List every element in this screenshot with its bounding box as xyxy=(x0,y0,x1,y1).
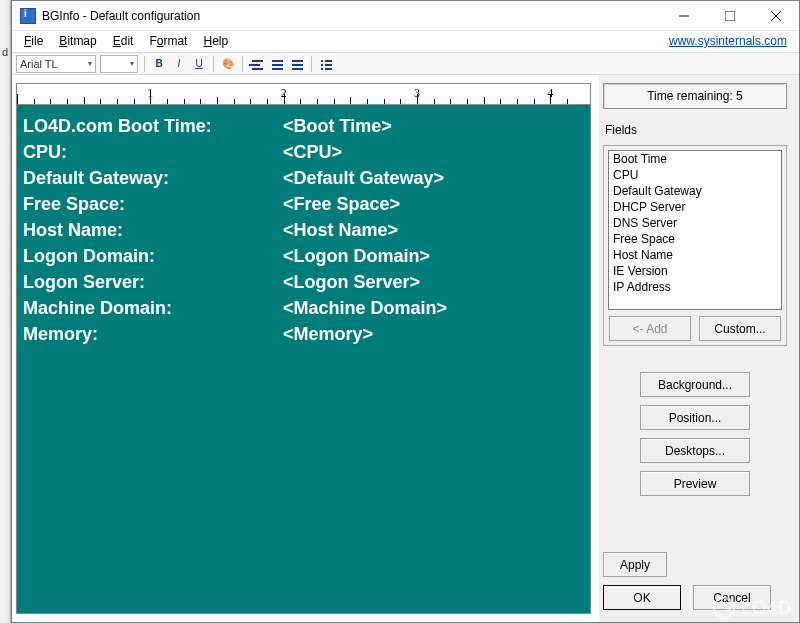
editor-row-label: Free Space: xyxy=(23,191,283,217)
svg-rect-1 xyxy=(725,11,735,21)
editor-row-value: <Logon Server> xyxy=(283,269,420,295)
align-left-button[interactable] xyxy=(249,56,265,72)
fields-list-item[interactable]: DHCP Server xyxy=(609,199,781,215)
editor-row[interactable]: Logon Server:<Logon Server> xyxy=(23,269,584,295)
menu-format[interactable]: Format xyxy=(141,31,195,52)
editor-row-label: Machine Domain: xyxy=(23,295,283,321)
editor-row-label: Default Gateway: xyxy=(23,165,283,191)
window-title: BGInfo - Default configuration xyxy=(42,9,200,23)
custom-button[interactable]: Custom... xyxy=(699,316,781,341)
background-button[interactable]: Background... xyxy=(640,372,750,397)
toolbar: Arial TL ▾ ▾ B I U 🎨 xyxy=(12,53,799,75)
editor-row-value: <Memory> xyxy=(283,321,373,347)
fields-list-item[interactable]: Default Gateway xyxy=(609,183,781,199)
menu-file[interactable]: File xyxy=(16,31,51,52)
editor-row-label: Logon Domain: xyxy=(23,243,283,269)
chevron-down-icon: ▾ xyxy=(88,59,92,68)
window-controls xyxy=(661,1,799,31)
editor-row-label: LO4D.com Boot Time: xyxy=(23,113,283,139)
separator xyxy=(311,56,312,72)
time-remaining-text: Time remaining: 5 xyxy=(647,89,743,103)
editor-row-value: <Free Space> xyxy=(283,191,400,217)
cancel-button[interactable]: Cancel xyxy=(693,585,771,610)
side-panel: Time remaining: 5 Fields Boot TimeCPUDef… xyxy=(599,75,799,622)
titlebar[interactable]: BGInfo - Default configuration xyxy=(12,1,799,31)
fields-label: Fields xyxy=(605,123,787,137)
fields-listbox[interactable]: Boot TimeCPUDefault GatewayDHCP ServerDN… xyxy=(608,150,782,310)
app-window: BGInfo - Default configuration File Bitm… xyxy=(11,0,800,623)
fields-list-item[interactable]: CPU xyxy=(609,167,781,183)
font-name-combo[interactable]: Arial TL ▾ xyxy=(16,55,96,73)
editor-row-value: <Boot Time> xyxy=(283,113,392,139)
editor-row-label: Memory: xyxy=(23,321,283,347)
editor-row-value: <Logon Domain> xyxy=(283,243,430,269)
align-center-button[interactable] xyxy=(269,56,285,72)
fields-list-item[interactable]: Free Space xyxy=(609,231,781,247)
editor-row[interactable]: Free Space:<Free Space> xyxy=(23,191,584,217)
font-name-value: Arial TL xyxy=(20,58,58,70)
minimize-button[interactable] xyxy=(661,1,707,31)
editor-row[interactable]: Memory:<Memory> xyxy=(23,321,584,347)
bold-button[interactable]: B xyxy=(151,56,167,72)
editor-row-label: CPU: xyxy=(23,139,283,165)
underline-button[interactable]: U xyxy=(191,56,207,72)
fields-list-item[interactable]: IE Version xyxy=(609,263,781,279)
ok-button[interactable]: OK xyxy=(603,585,681,610)
align-right-button[interactable] xyxy=(289,56,305,72)
apply-button[interactable]: Apply xyxy=(603,552,667,577)
editor-row[interactable]: Machine Domain:<Machine Domain> xyxy=(23,295,584,321)
add-button[interactable]: <- Add xyxy=(609,316,691,341)
bullet-list-button[interactable] xyxy=(318,56,334,72)
menu-bitmap[interactable]: Bitmap xyxy=(51,31,104,52)
menu-help[interactable]: Help xyxy=(195,31,236,52)
separator xyxy=(144,56,145,72)
editor-row-value: <Machine Domain> xyxy=(283,295,447,321)
time-remaining: Time remaining: 5 xyxy=(603,83,787,109)
menu-edit[interactable]: Edit xyxy=(105,31,142,52)
fields-list-item[interactable]: IP Address xyxy=(609,279,781,295)
preview-button[interactable]: Preview xyxy=(640,471,750,496)
truncated-left-panel: d xyxy=(0,0,11,623)
chevron-down-icon: ▾ xyxy=(130,59,134,68)
ruler[interactable]: 1234 xyxy=(16,83,591,105)
position-button[interactable]: Position... xyxy=(640,405,750,430)
editor-row-label: Host Name: xyxy=(23,217,283,243)
maximize-button[interactable] xyxy=(707,1,753,31)
editor-row-value: <Host Name> xyxy=(283,217,398,243)
editor-row-label: Logon Server: xyxy=(23,269,283,295)
app-icon xyxy=(20,8,36,24)
fields-list-item[interactable]: Host Name xyxy=(609,247,781,263)
editor-row-value: <CPU> xyxy=(283,139,342,165)
separator xyxy=(242,56,243,72)
editor-pane: 1234 LO4D.com Boot Time:<Boot Time>CPU:<… xyxy=(12,75,599,622)
close-button[interactable] xyxy=(753,1,799,31)
fields-list-item[interactable]: Boot Time xyxy=(609,151,781,167)
editor-row[interactable]: CPU:<CPU> xyxy=(23,139,584,165)
italic-button[interactable]: I xyxy=(171,56,187,72)
fields-list-item[interactable]: DNS Server xyxy=(609,215,781,231)
editor-row[interactable]: Host Name:<Host Name> xyxy=(23,217,584,243)
editor-row[interactable]: Logon Domain:<Logon Domain> xyxy=(23,243,584,269)
editor-row-value: <Default Gateway> xyxy=(283,165,444,191)
fields-frame: Boot TimeCPUDefault GatewayDHCP ServerDN… xyxy=(603,145,787,346)
desktops-button[interactable]: Desktops... xyxy=(640,438,750,463)
text-editor[interactable]: LO4D.com Boot Time:<Boot Time>CPU:<CPU>D… xyxy=(16,105,591,614)
menubar: File Bitmap Edit Format Help www.sysinte… xyxy=(12,31,799,53)
text-color-button[interactable]: 🎨 xyxy=(220,56,236,72)
editor-row[interactable]: LO4D.com Boot Time:<Boot Time> xyxy=(23,113,584,139)
sysinternals-link[interactable]: www.sysinternals.com xyxy=(669,31,795,52)
font-size-combo[interactable]: ▾ xyxy=(100,55,138,73)
separator xyxy=(213,56,214,72)
editor-row[interactable]: Default Gateway:<Default Gateway> xyxy=(23,165,584,191)
